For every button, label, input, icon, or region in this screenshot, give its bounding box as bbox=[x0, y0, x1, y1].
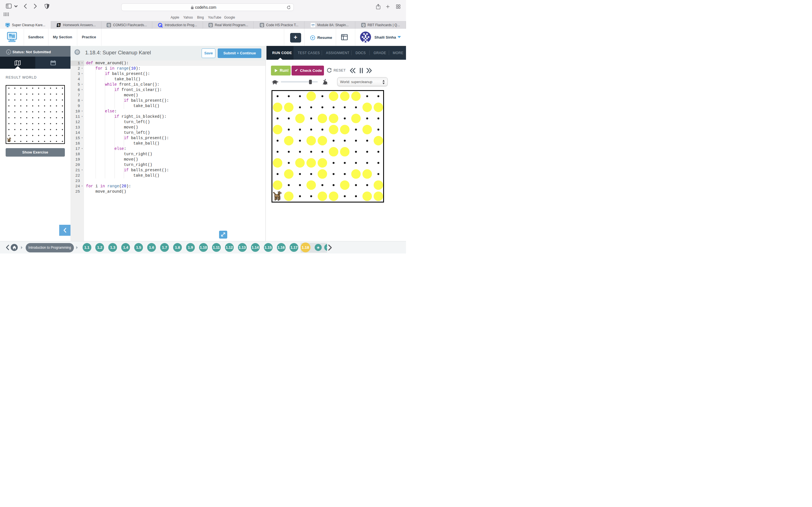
svg-text:Q: Q bbox=[209, 23, 212, 27]
svg-text:B: B bbox=[58, 24, 60, 27]
svg-text:Q: Q bbox=[260, 23, 263, 27]
svg-text:APE: APE bbox=[311, 24, 315, 25]
svg-text:Q: Q bbox=[108, 23, 110, 27]
svg-text:Q: Q bbox=[362, 23, 364, 27]
